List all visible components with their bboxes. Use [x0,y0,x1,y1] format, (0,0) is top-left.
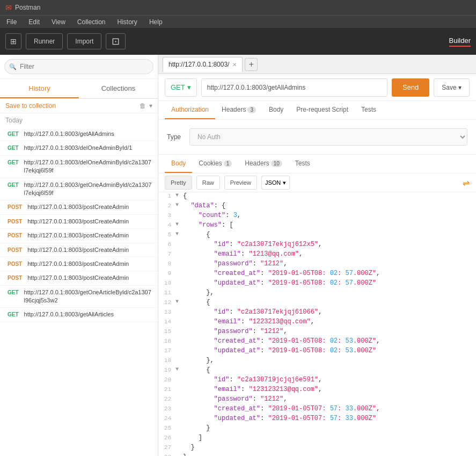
line-number: 17 [160,348,175,354]
sidebar-actions: Save to collection 🗑 ▾ [0,99,158,113]
resp-tab-cookies[interactable]: Cookies 1 [192,155,238,173]
resp-tab-body[interactable]: Body [165,155,192,173]
response-headers-badge: 10 [271,160,282,167]
json-content: "updated_at": "2019-01-05T07: 57: 33.000… [183,415,376,422]
menu-collection[interactable]: Collection [75,17,108,27]
line-number: 4 [160,222,175,228]
method-select[interactable]: GET ▾ [165,78,197,97]
list-item[interactable]: GET http://127.0.0.1:8003/getOneAdminByl… [0,178,158,201]
close-tab-icon[interactable]: ✕ [232,62,237,68]
chevron-down-icon[interactable]: ▾ [149,102,152,110]
cookies-badge: 1 [224,160,232,167]
list-item[interactable]: POST http://127.0.0.1:8003/postCreateAdm… [0,229,158,243]
list-item[interactable]: GET http://127.0.0.1:8003/getAllArticles [0,308,158,322]
list-item[interactable]: POST http://127.0.0.1:8003/postCreateAdm… [0,271,158,285]
app-name: Postman [15,4,40,11]
json-content: "id": "c2a130717ekjqj612x5", [183,241,322,248]
line-number: 28 [160,454,175,456]
tab-headers[interactable]: Headers 3 [215,101,262,119]
json-content: { [183,366,210,374]
filter-response-icon[interactable]: ⇌ [463,178,470,188]
list-item[interactable]: GET http://127.0.0.1:8003/getAllAdmins [0,127,158,141]
line-toggle[interactable]: ▼ [175,231,182,237]
menu-file[interactable]: File [4,17,19,27]
json-content: { [183,299,210,306]
history-url: http://127.0.0.1:8003/postCreateAdmin [27,231,129,240]
json-content: "password": "1212", [183,260,287,267]
json-content: "rows": [ [183,221,233,229]
new-tab-button[interactable]: ⊡ [106,33,126,49]
send-button[interactable]: Send [392,78,429,97]
json-line: 5▼ { [158,231,476,241]
list-item[interactable]: POST http://127.0.0.1:8003/postCreateAdm… [0,243,158,257]
json-line: 26 ] [158,434,476,444]
json-line: 27 } [158,444,476,453]
line-toggle[interactable]: ▼ [175,221,182,227]
new-request-tab-button[interactable]: + [245,58,258,71]
line-toggle[interactable]: ▼ [175,192,182,198]
auth-type-select[interactable]: No Auth [189,128,467,146]
format-pretty-button[interactable]: Pretty [165,176,192,190]
import-button[interactable]: Import [67,33,101,49]
save-to-collection-link[interactable]: Save to collection [5,102,56,110]
line-toggle[interactable]: ▼ [175,202,182,208]
menu-view[interactable]: View [49,17,68,27]
line-number: 6 [160,241,175,248]
save-button[interactable]: Save ▾ [434,78,470,97]
list-item[interactable]: GET http://127.0.0.1:8003/delOneAdminByl… [0,156,158,178]
format-preview-button[interactable]: Preview [224,176,257,190]
list-item[interactable]: GET http://127.0.0.1:8003/delOneAdminByI… [0,141,158,155]
menu-history[interactable]: History [115,17,140,27]
list-item[interactable]: GET http://127.0.0.1:8003/getOneArticleB… [0,286,158,308]
json-content: }, [183,289,214,296]
line-number: 5 [160,231,175,238]
line-number: 11 [160,289,175,296]
menubar: File Edit View Collection History Help [0,15,476,28]
line-number: 8 [160,260,175,267]
json-content: } [183,453,187,456]
history-url: http://127.0.0.1:8003/getAllAdmins [24,130,114,138]
json-line: 14 "email": "1223213@qq.com", [158,318,476,328]
line-toggle[interactable]: ▼ [175,366,182,372]
method-badge: GET [5,289,21,296]
format-type-select[interactable]: JSON ▾ [261,176,290,190]
url-input[interactable] [201,78,387,97]
app-logo: ✉ [5,3,12,12]
filter-input[interactable] [4,59,153,74]
tab-collections[interactable]: Collections [79,79,158,98]
tab-history[interactable]: History [0,79,79,98]
sidebar: 🔍 History Collections Save to collection… [0,55,158,456]
list-item[interactable]: POST http://127.0.0.1:8003/postCreateAdm… [0,257,158,271]
line-number: 23 [160,406,175,412]
history-url: http://127.0.0.1:8003/getAllArticles [24,310,114,319]
json-line: 19▼ { [158,366,476,376]
sidebar-toggle-button[interactable]: ⊞ [5,33,21,49]
request-tab[interactable]: http://127.0.0.1:8003/ ✕ [163,57,243,72]
line-number: 12 [160,299,175,306]
json-line: 1▼{ [158,192,476,202]
tab-prerequest[interactable]: Pre-request Script [290,101,355,119]
tab-authorization[interactable]: Authorization [165,101,215,119]
json-content: "email": "1223213@qq.com", [183,318,314,325]
method-chevron-icon: ▾ [187,83,191,91]
method-badge: POST [5,232,24,239]
json-line: 13 "id": "c2a130717ekjqj61066", [158,308,476,318]
menu-edit[interactable]: Edit [26,17,42,27]
line-toggle[interactable]: ▼ [175,299,182,305]
json-line: 15 "password": "1212", [158,328,476,337]
format-raw-button[interactable]: Raw [196,176,220,190]
line-number: 20 [160,377,175,383]
tab-body[interactable]: Body [262,101,290,119]
json-line: 7 "email": "1213@qq.com", [158,250,476,260]
list-item[interactable]: POST http://127.0.0.1:8003/postCreateAdm… [0,215,158,229]
menu-help[interactable]: Help [147,17,165,27]
resp-tab-headers[interactable]: Headers 10 [238,155,288,173]
runner-button[interactable]: Runner [26,33,63,49]
tab-tests[interactable]: Tests [355,101,383,119]
list-item[interactable]: POST http://127.0.0.1:8003/postCreateAdm… [0,200,158,214]
request-inner-tabs: Authorization Headers 3 Body Pre-request… [158,101,476,120]
line-number: 27 [160,444,175,451]
resp-tab-tests[interactable]: Tests [289,155,317,173]
trash-icon[interactable]: 🗑 [140,102,146,110]
json-line: 22 "password": "1212", [158,395,476,405]
